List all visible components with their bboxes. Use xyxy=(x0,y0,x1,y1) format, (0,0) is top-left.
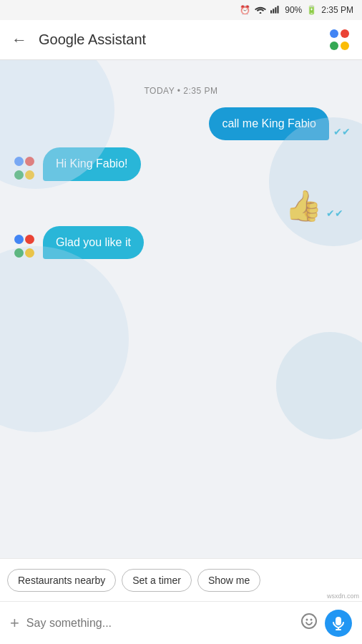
svg-rect-8 xyxy=(336,617,341,625)
svg-rect-1 xyxy=(270,10,272,13)
read-check-icon: ✔✔ xyxy=(326,208,343,219)
assistant-avatar xyxy=(11,155,37,181)
logo-dot-red xyxy=(341,29,349,38)
assistant-bubble: Glad you like it xyxy=(43,226,144,259)
time-display: 2:35 PM xyxy=(321,5,353,15)
input-bar: + xyxy=(0,601,362,644)
alarm-icon: ⏰ xyxy=(240,5,250,15)
watermark: wsxdn.com xyxy=(327,592,359,600)
message-row: call me King Fabio ✔✔ xyxy=(11,107,351,140)
battery-icon: 🔋 xyxy=(306,5,317,15)
google-assistant-logo xyxy=(328,29,351,52)
logo-dot-blue xyxy=(330,29,338,38)
svg-rect-2 xyxy=(273,9,274,13)
assistant-bubble: Hi King Fabio! xyxy=(43,147,141,180)
suggestion-chip-timer[interactable]: Set a timer xyxy=(122,569,192,592)
chat-timestamp: TODAY • 2:35 PM xyxy=(11,86,351,96)
app-header: ← Google Assistant xyxy=(0,20,362,60)
message-row: 👍 ✔✔ xyxy=(11,188,351,223)
add-attachment-button[interactable]: + xyxy=(10,614,19,633)
suggestion-chip-restaurants[interactable]: Restaurants nearby xyxy=(7,569,116,592)
assistant-avatar xyxy=(11,233,37,259)
voice-input-button[interactable] xyxy=(325,610,352,637)
svg-point-6 xyxy=(306,618,308,620)
read-check-icon: ✔✔ xyxy=(333,126,351,137)
message-row: Glad you like it xyxy=(11,226,351,259)
wifi-icon xyxy=(255,5,266,16)
chat-area: TODAY • 2:35 PM call me King Fabio ✔✔ Hi… xyxy=(0,60,362,558)
svg-rect-3 xyxy=(275,7,277,13)
svg-point-7 xyxy=(310,618,313,620)
svg-point-5 xyxy=(302,614,316,628)
header-title: Google Assistant xyxy=(39,31,316,48)
svg-rect-4 xyxy=(278,6,279,14)
message-input[interactable] xyxy=(26,617,293,630)
suggestions-area: Restaurants nearby Set a timer Show me xyxy=(0,558,362,601)
logo-dot-green xyxy=(330,42,338,50)
suggestion-chip-show[interactable]: Show me xyxy=(197,569,260,592)
status-bar: ⏰ 90% 🔋 2:35 PM xyxy=(0,0,362,20)
battery-text: 90% xyxy=(285,5,302,15)
signal-icon xyxy=(270,5,280,16)
thumbs-up-emoji: 👍 xyxy=(285,188,322,223)
emoji-picker-button[interactable] xyxy=(300,613,318,634)
user-bubble: call me King Fabio xyxy=(209,107,329,140)
svg-point-0 xyxy=(260,12,262,14)
back-button[interactable]: ← xyxy=(11,31,27,49)
logo-dot-yellow xyxy=(341,42,349,50)
message-row: Hi King Fabio! xyxy=(11,147,351,180)
